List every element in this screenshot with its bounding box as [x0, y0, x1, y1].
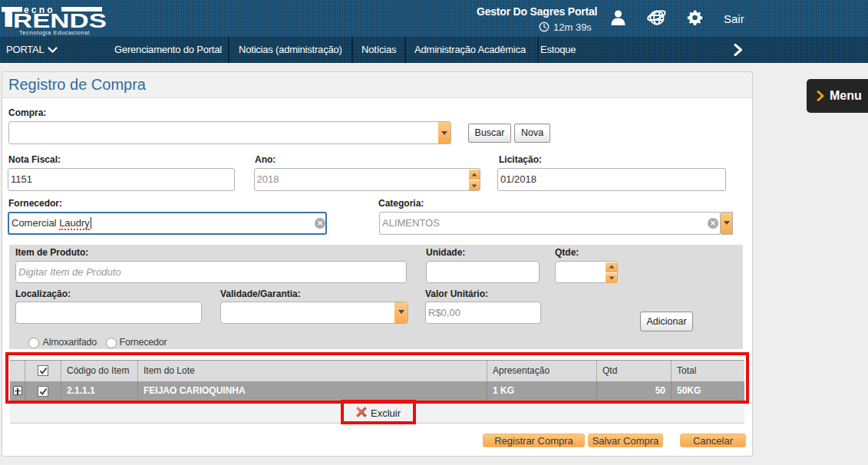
svg-text:Tecnologia Educacional: Tecnologia Educacional	[19, 29, 90, 36]
